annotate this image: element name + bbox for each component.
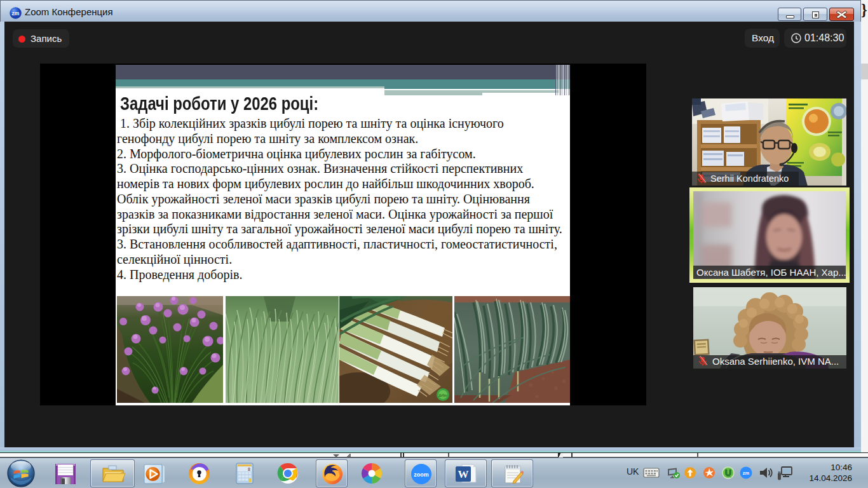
svg-text:W: W	[458, 468, 469, 480]
svg-text:zoom: zoom	[414, 471, 429, 478]
svg-text:zm: zm	[12, 10, 20, 17]
svg-text:Добро: Добро	[438, 394, 447, 397]
svg-text:8: 8	[248, 467, 250, 471]
svg-text:zm: zm	[743, 470, 750, 476]
